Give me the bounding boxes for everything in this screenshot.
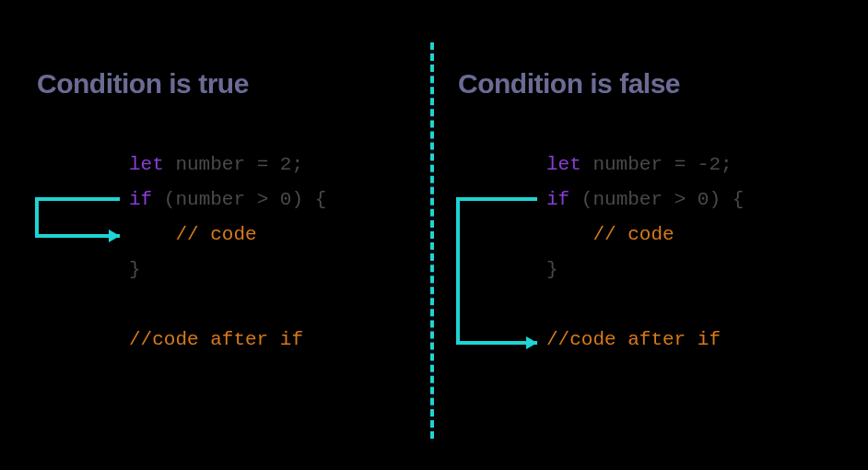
code-line: let number = 2; xyxy=(129,147,326,182)
code-text: number = -2; xyxy=(581,154,733,175)
indent xyxy=(546,224,592,245)
code-line: if (number > 0) { xyxy=(129,182,326,217)
heading-true: Condition is true xyxy=(37,68,249,100)
code-text: (number > 0) { xyxy=(152,189,326,210)
comment-body: // code xyxy=(592,224,674,245)
heading-false: Condition is false xyxy=(458,68,680,100)
flow-arrow-false xyxy=(447,184,557,369)
panel-condition-false: Condition is false let number = -2; if (… xyxy=(434,0,868,470)
code-text: (number > 0) { xyxy=(569,189,744,210)
code-line-blank xyxy=(129,288,326,323)
keyword-let: let xyxy=(546,154,581,175)
code-text: number = 2; xyxy=(164,154,303,175)
code-line-blank xyxy=(546,288,744,323)
keyword-let: let xyxy=(129,154,164,175)
code-line-brace: } xyxy=(129,253,326,288)
comment-after-if: //code after if xyxy=(546,323,744,358)
keyword-if: if xyxy=(546,189,569,210)
code-line: // code xyxy=(546,217,744,253)
code-line: if (number > 0) { xyxy=(546,182,744,217)
code-block-false: let number = -2; if (number > 0) { // co… xyxy=(546,147,744,358)
code-line-brace: } xyxy=(546,253,744,288)
indent xyxy=(129,224,175,245)
panel-condition-true: Condition is true let number = 2; if (nu… xyxy=(0,0,434,470)
code-line: // code xyxy=(129,217,326,253)
comment-body: // code xyxy=(175,224,256,245)
code-line: let number = -2; xyxy=(546,147,744,182)
code-block-true: let number = 2; if (number > 0) { // cod… xyxy=(129,147,326,358)
comment-after-if: //code after if xyxy=(129,323,326,358)
flow-arrow-true xyxy=(28,184,138,258)
keyword-if: if xyxy=(129,189,152,210)
